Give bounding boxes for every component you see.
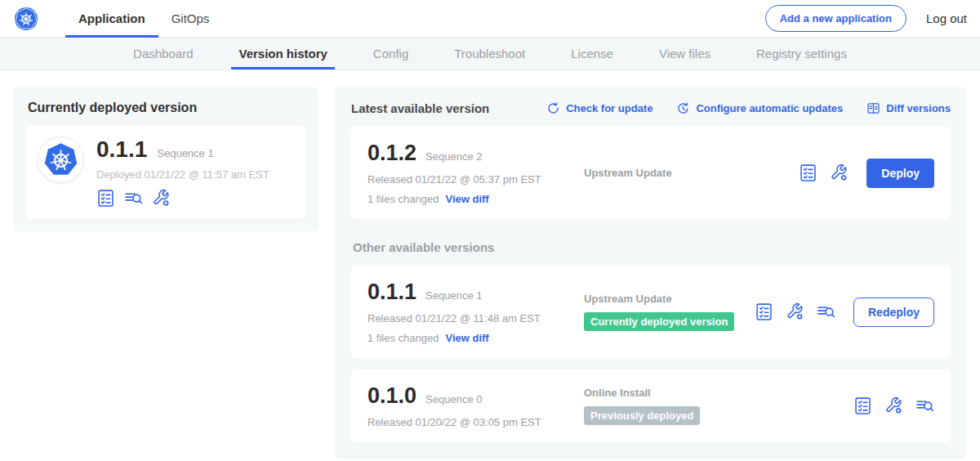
released-timestamp: Released 01/20/22 @ 03:05 pm EST [368,416,584,428]
redeploy-button[interactable]: Redeploy [853,298,934,327]
version-card-info: 0.1.1Sequence 1Released 01/21/22 @ 11:48… [368,280,584,344]
tab-view-files[interactable]: View files [652,38,718,69]
currently-deployed-panel: Currently deployed version 0.1.1 Sequenc… [13,87,318,231]
tab-troubleshoot[interactable]: Troubleshoot [447,38,532,69]
available-versions-panel: Latest available version Check for updat… [335,87,967,459]
config-icon[interactable] [884,396,903,415]
version-source-label: Upstream Update [584,167,799,179]
released-timestamp: Released 01/21/22 @ 11:48 am EST [368,312,584,324]
deployed-timestamp: Deployed 01/21/22 @ 11:57 am EST [96,168,270,181]
top-tab-gitops[interactable]: GitOps [158,0,223,37]
deployed-version-info: 0.1.1 Sequence 1 Deployed 01/21/22 @ 11:… [96,137,270,208]
deployed-panel-title: Currently deployed version [28,101,305,115]
logs-icon[interactable] [817,302,835,321]
diff-icon [866,101,880,115]
action-label: Check for update [566,102,653,114]
tab-config[interactable]: Config [366,38,416,69]
config-icon[interactable] [152,189,171,208]
files-changed-label: 1 files changed [368,193,439,205]
sequence-label: Sequence 2 [425,150,482,163]
kubernetes-logo-icon [38,137,84,183]
preflight-checks-icon[interactable] [755,302,773,321]
app-subnav: DashboardVersion historyConfigTroublesho… [0,38,980,70]
version-source-label: Upstream Update [584,293,755,305]
other-version-list: 0.1.1Sequence 1Released 01/21/22 @ 11:48… [351,266,951,442]
deploy-button[interactable]: Deploy [866,159,934,188]
version-line: 0.1.1Sequence 1 [368,280,584,305]
version-actions: Check for updateConfigure automatic upda… [546,101,951,115]
add-application-button[interactable]: Add a new application [765,5,906,32]
logs-icon[interactable] [915,396,934,415]
status-badge: Previously deployed [584,406,700,425]
diff-versions-link[interactable]: Diff versions [866,101,951,115]
top-navbar: ApplicationGitOps Add a new application … [0,0,980,38]
tab-license[interactable]: License [564,38,621,69]
kubernetes-logo-icon [15,7,38,30]
version-card-0-1-2: 0.1.2Sequence 2Released 01/21/22 @ 05:37… [351,127,951,219]
deployed-icon-row [96,189,270,208]
top-right-controls: Add a new application Log out [765,0,967,37]
files-changed-label: 1 files changed [368,332,439,344]
preflight-checks-icon[interactable] [96,189,115,208]
view-diff-link[interactable]: View diff [445,332,488,344]
version-number: 0.1.2 [368,141,416,166]
app-logo [15,0,38,37]
deployed-version-card: 0.1.1 Sequence 1 Deployed 01/21/22 @ 11:… [26,126,305,218]
version-number: 0.1.0 [368,383,416,409]
preflight-checks-icon[interactable] [799,163,817,182]
files-changed-row: 1 files changedView diff [368,332,584,344]
config-icon[interactable] [830,163,849,182]
preflight-checks-icon[interactable] [853,396,872,415]
latest-version-list: 0.1.2Sequence 2Released 01/21/22 @ 05:37… [351,127,951,219]
version-card-actions: Deploy [799,159,934,188]
latest-available-title: Latest available version [351,101,489,115]
version-card-0-1-0: 0.1.0Sequence 0Released 01/20/22 @ 03:05… [351,369,951,442]
version-line: 0.1.2Sequence 2 [368,141,584,166]
action-label: Diff versions [886,102,951,114]
view-diff-link[interactable]: View diff [445,193,488,205]
tab-version-history[interactable]: Version history [231,38,334,69]
sequence-label: Sequence 0 [425,393,482,405]
config-icon[interactable] [786,302,804,321]
version-source-label: Online Install [584,387,853,399]
version-card-info: 0.1.0Sequence 0Released 01/20/22 @ 03:05… [368,383,584,428]
version-line: 0.1.0Sequence 0 [368,383,584,409]
sequence-label: Sequence 1 [425,289,482,302]
version-card-info: 0.1.2Sequence 2Released 01/21/22 @ 05:37… [368,141,584,205]
version-card-status: Online InstallPreviously deployed [584,387,853,425]
version-card-status: Upstream Update [584,167,799,179]
version-card-actions [853,396,934,415]
logs-icon[interactable] [124,189,143,208]
version-card-status: Upstream UpdateCurrently deployed versio… [584,293,755,331]
status-badge: Currently deployed version [584,312,734,331]
version-card-actions: Redeploy [755,298,934,327]
version-number: 0.1.1 [368,280,416,305]
tab-registry-settings[interactable]: Registry settings [749,38,854,69]
logout-button[interactable]: Log out [926,11,967,25]
refresh-icon [546,101,560,115]
files-changed-row: 1 files changedView diff [368,193,584,205]
top-tabs: ApplicationGitOps [65,0,222,37]
main-content: Currently deployed version 0.1.1 Sequenc… [0,70,980,461]
available-panel-header: Latest available version Check for updat… [351,101,951,115]
check-for-update-link[interactable]: Check for update [546,101,653,115]
deployed-sequence-label: Sequence 1 [157,147,213,159]
released-timestamp: Released 01/21/22 @ 05:37 pm EST [368,173,584,186]
other-versions-title: Other available versions [353,240,951,254]
schedule-update-icon [676,101,690,115]
top-tab-application[interactable]: Application [65,0,158,37]
deployed-version-number: 0.1.1 [96,137,147,163]
version-card-0-1-1: 0.1.1Sequence 1Released 01/21/22 @ 11:48… [351,266,951,358]
tab-dashboard[interactable]: Dashboard [126,38,200,69]
action-label: Configure automatic updates [696,102,843,114]
configure-automatic-updates-link[interactable]: Configure automatic updates [676,101,843,115]
